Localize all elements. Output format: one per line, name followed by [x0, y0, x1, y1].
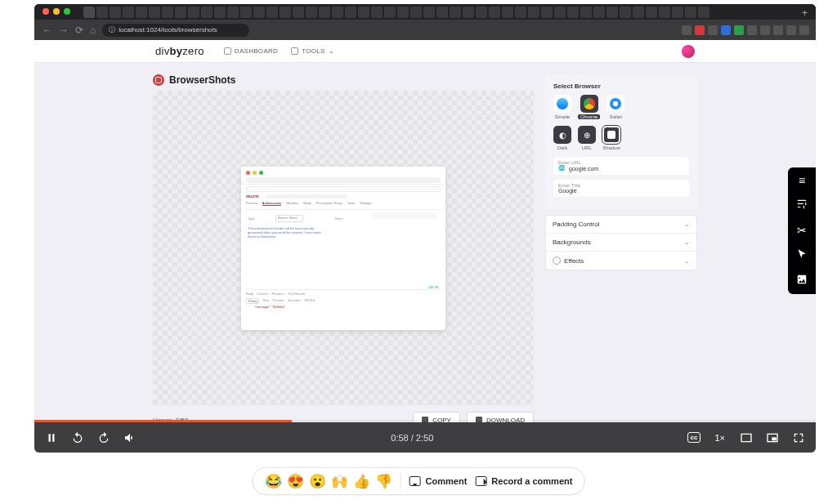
shot-request-tabs: Params Authorization Headers Body Pre-re…: [246, 201, 371, 206]
video-side-toolbar: ≡ ✂: [788, 167, 816, 294]
enter-url-field: Enter URL 🌐google.com: [553, 157, 689, 175]
nav-tools: Tools ⌄: [291, 47, 334, 55]
enter-url-value: google.com: [569, 166, 598, 172]
rewind-button[interactable]: [70, 430, 85, 445]
playback-speed-button[interactable]: 1×: [712, 431, 727, 444]
globe-small-icon: 🌐: [558, 165, 566, 172]
reload-icon: ⟳: [75, 25, 83, 36]
simple-browser-icon: [557, 98, 568, 109]
nav-dashboard: DASHBOARD: [224, 47, 278, 55]
select-browser-heading: Select Browser: [553, 83, 689, 90]
emoji-joy[interactable]: 😂: [265, 473, 282, 490]
option-simple: Simple: [553, 95, 571, 119]
tools-icon: [291, 47, 298, 55]
effects-icon: [553, 256, 561, 265]
video-frame[interactable]: + ← → ⟳ ⌂ ⓘ localhost:1024/tools/browser…: [34, 4, 816, 453]
mac-window-controls: [43, 8, 70, 15]
url-text: localhost:1024/tools/browsershots: [119, 26, 217, 33]
shadow-icon: [607, 131, 615, 139]
nav-tools-label: Tools: [302, 47, 325, 55]
svg-rect-1: [772, 437, 776, 440]
page-title-row: BrowserShots: [153, 74, 534, 86]
nav-dashboard-label: DASHBOARD: [235, 47, 278, 55]
home-icon: ⌂: [90, 25, 96, 36]
pip-button[interactable]: [739, 430, 754, 445]
scissors-icon[interactable]: ✂: [797, 224, 807, 237]
avatar: [682, 45, 695, 58]
browser-tabstrip: +: [34, 4, 816, 20]
accordion-effects: Effects⌄: [546, 251, 696, 270]
generated-screenshot: DELETE Params Authorization Headers Body…: [241, 167, 445, 330]
reaction-bar: 😂 😍 😮 🙌 👍 👎 Comment Record a comment: [253, 467, 585, 495]
volume-button[interactable]: [123, 430, 137, 445]
enter-title-value: Google: [558, 188, 577, 194]
enter-title-field: Enter Title Google: [553, 180, 689, 197]
site-logo: divbyzero: [155, 45, 204, 57]
extension-icons: [682, 25, 809, 35]
comment-button-label: Comment: [426, 476, 468, 486]
notes-icon[interactable]: ≡: [799, 174, 805, 187]
fullscreen-button[interactable]: [791, 430, 806, 445]
safari-icon: [610, 98, 621, 109]
option-dark: ◐ Dark: [553, 126, 571, 150]
emoji-wow[interactable]: 😮: [309, 473, 326, 490]
divider: [401, 473, 401, 489]
recorded-page-viewport: divbyzero DASHBOARD Tools ⌄: [34, 40, 816, 453]
url-field: ⓘ localhost:1024/tools/browsershots: [102, 24, 249, 37]
pause-button[interactable]: [44, 430, 59, 445]
left-column: BrowserShots DELETE Param: [153, 74, 534, 428]
image-icon[interactable]: [796, 274, 808, 288]
chevron-down-icon: ⌄: [684, 257, 690, 265]
settings-accordion: Padding Control⌄ Backgrounds⌄ Effects⌄: [545, 215, 697, 270]
back-icon: ←: [43, 25, 52, 36]
screenshot-canvas: DELETE Params Authorization Headers Body…: [153, 91, 534, 405]
record-comment-button[interactable]: Record a comment: [475, 476, 572, 486]
comment-icon: [410, 476, 421, 486]
style-options: ◐ Dark ⊕ URL Shadow: [553, 126, 689, 150]
browsershots-icon: [153, 74, 164, 86]
shot-method-label: DELETE: [246, 194, 259, 198]
video-time: 0:58 / 2:50: [391, 433, 433, 443]
chevron-down-icon: ⌄: [329, 47, 334, 55]
browser-address-bar: ← → ⟳ ⌂ ⓘ localhost:1024/tools/browsersh…: [34, 20, 816, 40]
option-url: ⊕ URL: [578, 126, 596, 150]
new-tab-icon: +: [802, 7, 808, 19]
record-comment-label: Record a comment: [491, 476, 572, 486]
maximize-icon: [64, 8, 70, 15]
emoji-thumbs-down[interactable]: 👎: [375, 473, 392, 490]
browser-options: Simple Chrome Safari: [553, 95, 689, 119]
accordion-backgrounds: Backgrounds⌄: [546, 233, 696, 251]
dashboard-icon: [224, 47, 231, 55]
cc-button[interactable]: cc: [687, 432, 701, 443]
option-chrome: Chrome: [578, 95, 600, 119]
comment-button[interactable]: Comment: [410, 476, 468, 486]
emoji-reactions: 😂 😍 😮 🙌 👍 👎: [265, 473, 392, 490]
emoji-raised-hands[interactable]: 🙌: [331, 473, 348, 490]
recorded-browser-chrome: + ← → ⟳ ⌂ ⓘ localhost:1024/tools/browser…: [34, 4, 816, 40]
globe-icon: ⊕: [584, 131, 590, 140]
close-icon: [43, 8, 49, 15]
chrome-icon: [584, 98, 595, 109]
app-stage: + ← → ⟳ ⌂ ⓘ localhost:1024/tools/browser…: [0, 0, 837, 504]
page-title: BrowserShots: [169, 74, 235, 86]
settings-panel: Select Browser Simple Chrome: [545, 74, 697, 428]
forward-button[interactable]: [96, 430, 111, 445]
video-controls: 0:58 / 2:50 cc 1×: [34, 422, 816, 453]
page-content: BrowserShots DELETE Param: [153, 74, 697, 428]
option-safari: Safari: [606, 95, 624, 119]
emoji-heart-eyes[interactable]: 😍: [287, 473, 304, 490]
site-info-icon: ⓘ: [109, 25, 115, 34]
chevron-down-icon: ⌄: [684, 239, 690, 246]
emoji-thumbs-up[interactable]: 👍: [353, 473, 370, 490]
forward-icon: →: [59, 25, 69, 36]
pointer-icon[interactable]: [796, 248, 808, 262]
accordion-padding: Padding Control⌄: [546, 216, 696, 233]
option-shadow: Shadow: [602, 126, 620, 150]
browser-tabs: [83, 7, 791, 18]
theater-button[interactable]: [765, 430, 780, 445]
moon-icon: ◐: [559, 131, 566, 140]
site-header: divbyzero DASHBOARD Tools ⌄: [34, 40, 816, 63]
chevron-down-icon: ⌄: [684, 221, 690, 228]
settings-sliders-icon[interactable]: [796, 198, 808, 212]
minimize-icon: [53, 8, 60, 15]
